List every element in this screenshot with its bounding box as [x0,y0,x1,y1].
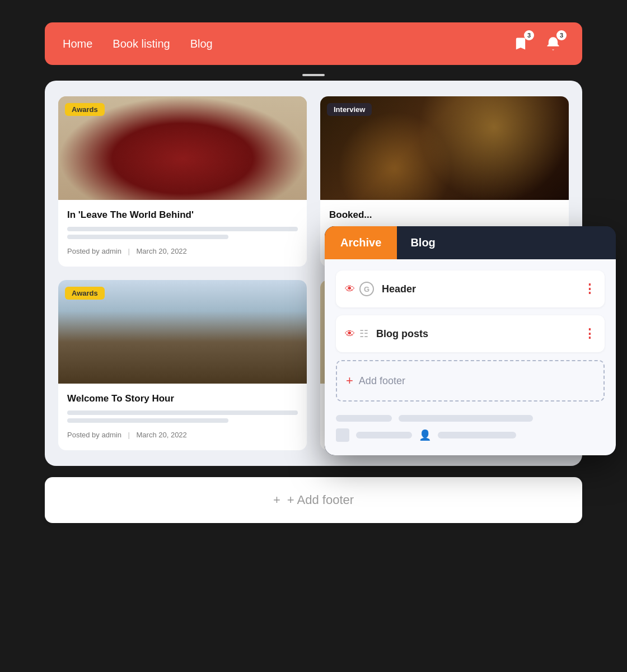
blog-card-3[interactable]: Awards Welcome To Story Hour Posted by a… [58,280,307,450]
header-section-icons: 👁 G [345,282,374,296]
card-3-lines [67,410,298,423]
skeleton-block [356,432,412,438]
skeleton-block [438,432,516,438]
card-1-date: March 20, 2022 [137,247,187,255]
header-section-row[interactable]: 👁 G Header ⋮ [336,270,605,307]
card-1-author: admin [101,247,121,255]
card-3-separator: | [128,431,132,439]
card-1-lines [67,227,298,239]
card-3-body: Welcome To Story Hour Posted by admin | … [58,384,307,450]
card-1-meta: Posted by admin | March 20, 2022 [67,247,298,255]
archive-panel: Archive Blog 👁 G Header ⋮ 👁 [325,226,616,455]
skeleton-rows: 👤 [336,410,605,446]
card-3-posted-by: Posted by [67,431,100,439]
add-footer-plus-icon: + [346,374,353,388]
nav-home[interactable]: Home [63,38,92,50]
card-1-separator: | [128,247,132,255]
bell-icon-wrap[interactable]: 3 [542,32,564,55]
skeleton-block [336,415,392,422]
blog-posts-section-dots[interactable]: ⋮ [583,326,596,341]
blog-posts-section-label: Blog posts [376,328,583,340]
bell-badge: 3 [556,30,567,40]
nav-links: Home Book listing Blog [63,38,213,50]
blog-card-container: Awards In 'Leave The World Behind' Poste… [45,81,582,466]
archive-body: 👁 G Header ⋮ 👁 ☷ Blog posts ⋮ [325,259,616,455]
blog-posts-section-row[interactable]: 👁 ☷ Blog posts ⋮ [336,315,605,352]
blog-card-1[interactable]: Awards In 'Leave The World Behind' Poste… [58,96,307,267]
nav-book-listing[interactable]: Book listing [113,38,170,50]
main-container: Home Book listing Blog 3 3 [45,22,582,523]
card-3-meta: Posted by admin | March 20, 2022 [67,431,298,439]
eye-icon-header: 👁 [345,283,355,295]
card-2-image-wrap: Interview [320,96,569,200]
skeleton-person-icon: 👤 [419,429,431,441]
header-section-label: Header [382,283,583,295]
header-section-dots[interactable]: ⋮ [583,282,596,296]
card-3-title: Welcome To Story Hour [67,393,298,405]
bottom-plus-icon: + [273,493,280,507]
card-3-author: admin [101,431,121,439]
skeleton-row-1 [336,415,605,422]
blog-posts-section-icons: 👁 ☷ [345,328,368,340]
bookmark-icon-wrap[interactable]: 3 [509,32,532,55]
circle-g-icon: G [359,282,374,296]
card-3-date: March 20, 2022 [137,431,187,439]
add-footer-dashed[interactable]: + Add footer [336,360,605,402]
eye-icon-blog-posts: 👁 [345,328,355,340]
nav-blog[interactable]: Blog [190,38,213,50]
navbar: Home Book listing Blog 3 3 [45,22,582,65]
skeleton-block [399,415,533,422]
card-3-badge: Awards [65,287,105,300]
card-line [67,418,228,423]
card-1-image-wrap: Awards [58,96,307,200]
card-2-badge: Interview [327,103,372,116]
card-2-title: Booked... [329,209,560,221]
add-footer-dashed-label: Add footer [359,375,405,387]
archive-tab-active[interactable]: Archive [325,226,397,259]
card-line [67,227,298,231]
archive-header: Archive Blog [325,226,616,259]
scroll-handle [302,74,325,76]
card-1-title: In 'Leave The World Behind' [67,209,298,221]
card-3-image-wrap: Awards [58,280,307,384]
bookmark-badge: 3 [524,30,534,40]
skeleton-row-2: 👤 [336,428,605,442]
skeleton-square [336,428,349,442]
bottom-footer-label: + Add footer [287,493,354,507]
card-line [67,410,298,415]
archive-tab-inactive[interactable]: Blog [397,226,448,259]
card-1-badge: Awards [65,103,105,116]
bottom-add-footer[interactable]: + + Add footer [45,477,582,523]
list-icon: ☷ [359,328,368,340]
card-1-posted-by: Posted by [67,247,100,255]
card-line [67,235,228,239]
nav-icons: 3 3 [509,32,564,55]
card-1-body: In 'Leave The World Behind' Posted by ad… [58,200,307,267]
